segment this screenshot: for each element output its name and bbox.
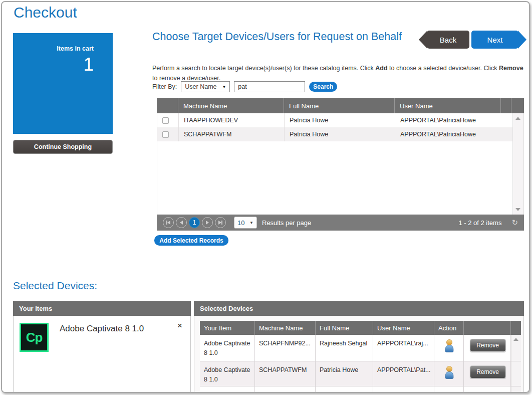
- filter-by-label: Filter By:: [152, 83, 177, 90]
- scroll-up-icon[interactable]: [515, 117, 520, 120]
- scroll-up-icon[interactable]: [513, 338, 518, 341]
- selected-devices-panel: Selected Devices Your Item Machine Name …: [194, 301, 524, 393]
- last-page-button[interactable]: [215, 217, 226, 228]
- add-selected-records-button[interactable]: Add Selected Records: [154, 235, 228, 246]
- filter-search-input[interactable]: [234, 81, 305, 92]
- back-button[interactable]: Back: [427, 31, 469, 49]
- items-summary: 1 - 2 of 2 items: [458, 219, 501, 227]
- adobe-captivate-icon: Cp: [20, 323, 49, 352]
- scroll-down-icon[interactable]: [515, 208, 520, 211]
- scrollbar-column-header: [511, 321, 521, 335]
- full-name-cell: Rajneesh Sehgal: [316, 335, 373, 361]
- table-row: Adobe Captivate 8 1.0 SCHAPFNMP92... Raj…: [200, 335, 521, 361]
- remove-column-header: [464, 321, 511, 335]
- machine-name-column-header: Machine Name: [255, 321, 316, 335]
- remove-button[interactable]: Remove: [470, 339, 506, 352]
- selected-devices-heading: Selected Devices:: [13, 280, 97, 292]
- instructions-remove-bold: Remove: [499, 65, 523, 72]
- machine-name-cell: SCHAPFNMP92...: [255, 335, 316, 361]
- your-item-column-header: Your Item: [200, 321, 255, 335]
- table-row[interactable]: ITAAPPHOWEDEV Patricia Howe APPPORTAL\Pa…: [157, 113, 513, 127]
- remove-item-close-icon[interactable]: ×: [177, 321, 182, 331]
- vertical-scrollbar[interactable]: [512, 113, 523, 215]
- your-items-body: Cp Adobe Captivate 8 1.0 ×: [13, 316, 191, 393]
- search-button[interactable]: Search: [309, 82, 337, 92]
- filter-row: Filter By: User Name ▼ Search: [152, 81, 337, 92]
- previous-page-button[interactable]: [176, 217, 187, 228]
- results-per-page-label: Results per page: [262, 219, 311, 227]
- current-page-button[interactable]: 1: [189, 217, 200, 228]
- full-name-cell: Patricia Howe: [285, 113, 395, 127]
- table-row: Adobe Captivate 8 1.0 SCHAPPATWFM Patric…: [200, 361, 521, 386]
- user-person-icon[interactable]: [443, 365, 455, 379]
- user-name-cell: APPPORTAL\PatriciaHowe: [395, 113, 501, 127]
- results-grid-body: ITAAPPHOWEDEV Patricia Howe APPPORTAL\Pa…: [157, 113, 524, 215]
- checkbox-cell: [157, 127, 179, 141]
- machine-name-cell: SCHAPPATWFM: [179, 127, 285, 141]
- selected-devices-header: Selected Devices: [194, 301, 524, 316]
- next-button[interactable]: Next: [471, 31, 518, 49]
- spacer-column-header: [501, 98, 511, 113]
- machine-name-column-header[interactable]: Machine Name: [178, 98, 284, 113]
- refresh-icon[interactable]: ↻: [511, 218, 518, 227]
- user-name-cell: APPPORTAL\raj...: [373, 335, 434, 361]
- select-column-header: [157, 98, 178, 113]
- instructions-text: Perform a search to locate target device…: [152, 63, 529, 84]
- table-row[interactable]: SCHAPPATWFM Patricia Howe APPPORTAL\Patr…: [157, 127, 513, 141]
- action-cell: [434, 361, 464, 386]
- filter-by-selected-value: User Name: [185, 83, 216, 90]
- remove-cell: Remove: [464, 361, 511, 386]
- instructions-add-bold: Add: [375, 65, 387, 72]
- user-name-cell: APPPORTAL\Pat...: [373, 361, 434, 386]
- remove-cell: Remove: [464, 335, 511, 361]
- pagination-bar: 1 10 ▼ Results per page 1 - 2 of 2 items…: [157, 215, 524, 231]
- first-page-button[interactable]: [163, 217, 174, 228]
- cart-item-name: Adobe Captivate 8 1.0: [60, 324, 144, 334]
- items-in-cart-label: Items in cart: [13, 45, 94, 52]
- selected-devices-body: Your Item Machine Name Full Name User Na…: [194, 316, 524, 393]
- pager-right: 1 - 2 of 2 items ↻: [458, 218, 518, 227]
- full-name-column-header[interactable]: Full Name: [284, 98, 395, 113]
- chevron-down-icon: ▼: [222, 85, 226, 89]
- vertical-scrollbar[interactable]: [511, 361, 521, 386]
- cart-count: 1: [13, 54, 94, 75]
- selected-devices-table: Your Item Machine Name Full Name User Na…: [200, 321, 521, 393]
- full-name-cell: Patricia Howe: [285, 127, 395, 141]
- row-checkbox[interactable]: [162, 117, 169, 124]
- previous-page-icon: [180, 221, 183, 225]
- instructions-part1: Perform a search to locate target device…: [152, 65, 375, 72]
- vertical-scrollbar[interactable]: [511, 335, 521, 361]
- remove-button[interactable]: Remove: [470, 365, 506, 378]
- page-title: Checkout: [14, 4, 77, 21]
- user-name-cell: APPPORTAL\PatriciaHowe: [395, 127, 501, 141]
- filter-by-select[interactable]: User Name ▼: [181, 81, 230, 92]
- scrollbar-column-header: [511, 98, 522, 113]
- next-page-icon: [206, 221, 209, 225]
- full-name-cell: Patricia Howe: [316, 361, 373, 386]
- section-heading: Choose Target Devices/Users for Request …: [152, 30, 425, 44]
- user-person-icon[interactable]: [443, 339, 455, 352]
- page-size-value: 10: [237, 219, 244, 227]
- row-checkbox[interactable]: [162, 131, 169, 138]
- machine-name-cell: ITAAPPHOWEDEV: [179, 113, 285, 127]
- chevron-down-icon: ▼: [249, 221, 253, 225]
- instructions-part2: to choose a selected device/user. Click: [388, 65, 499, 72]
- selected-devices-panels: Your Items Cp Adobe Captivate 8 1.0 × Se…: [13, 301, 524, 393]
- next-page-button[interactable]: [202, 217, 213, 228]
- user-name-column-header: User Name: [373, 321, 434, 335]
- cart-summary-box: Items in cart 1: [13, 33, 113, 134]
- user-name-column-header[interactable]: User Name: [395, 98, 501, 113]
- partial-row: [200, 386, 521, 393]
- page-size-select[interactable]: 10 ▼: [234, 217, 257, 229]
- continue-shopping-button[interactable]: Continue Shopping: [13, 140, 113, 154]
- search-results-grid: Machine Name Full Name User Name ITAAPPH…: [157, 98, 524, 215]
- action-column-header: Action: [434, 321, 464, 335]
- full-name-column-header: Full Name: [316, 321, 373, 335]
- machine-name-cell: SCHAPPATWFM: [255, 361, 316, 386]
- checkbox-cell: [157, 113, 179, 127]
- your-items-header: Your Items: [13, 301, 191, 316]
- your-item-cell: Adobe Captivate 8 1.0: [200, 361, 255, 386]
- results-grid-header: Machine Name Full Name User Name: [157, 98, 524, 113]
- checkout-page: Checkout Items in cart 1 Continue Shoppi…: [0, 0, 532, 395]
- your-item-cell: Adobe Captivate 8 1.0: [200, 335, 255, 361]
